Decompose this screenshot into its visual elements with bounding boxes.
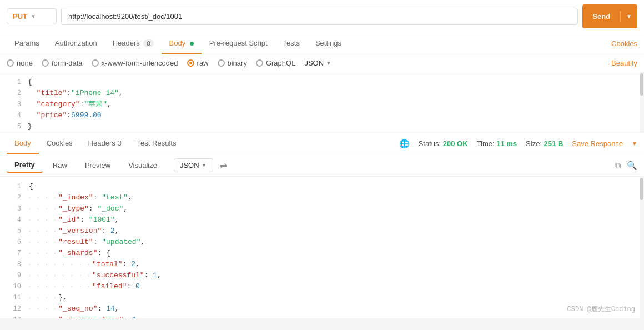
status-size: 251 B <box>544 139 564 148</box>
tab-pre-request[interactable]: Pre-request Script <box>202 33 275 54</box>
request-body-editor[interactable]: 1 { 2 "title":"iPhone 14", 3 "category":… <box>0 72 644 133</box>
body-active-dot <box>190 42 194 46</box>
resp-format-pretty[interactable]: Pretty <box>7 158 43 173</box>
body-type-raw[interactable]: raw <box>187 59 209 67</box>
radio-none <box>7 59 14 67</box>
radio-raw <box>187 59 194 67</box>
radio-form-data <box>42 59 49 67</box>
request-nav-tabs: Params Authorization Headers 8 Body Pre-… <box>0 33 644 54</box>
cookies-link[interactable]: Cookies <box>611 34 637 53</box>
json-format-select[interactable]: JSON ▼ <box>304 59 331 67</box>
search-icon[interactable]: 🔍 <box>627 161 637 171</box>
copy-icon[interactable]: ⧉ <box>615 161 621 171</box>
req-line-1: 1 { <box>0 77 644 88</box>
send-arrow-icon[interactable]: ▼ <box>621 9 637 23</box>
resp-tab-headers[interactable]: Headers 3 <box>80 133 129 154</box>
body-type-binary[interactable]: binary <box>218 59 247 67</box>
response-body-editor[interactable]: 1 { 2 · · · · "_index": "test", 3 · · · … <box>0 177 644 318</box>
filter-icon[interactable]: ⇌ <box>220 161 227 171</box>
resp-scrollbar[interactable] <box>640 177 644 318</box>
json-chevron-icon: ▼ <box>326 60 331 66</box>
send-main[interactable]: Send <box>582 8 620 24</box>
resp-line-11: 11 · · · · }, <box>0 292 644 303</box>
resp-line-6: 6 · · · · "result": "updated", <box>0 237 644 248</box>
url-input[interactable] <box>61 8 578 25</box>
resp-json-format-select[interactable]: JSON ▼ <box>174 158 213 172</box>
globe-icon: 🌐 <box>399 139 410 149</box>
radio-urlencoded <box>92 59 99 67</box>
body-type-bar: none form-data x-www-form-urlencoded raw… <box>0 54 644 72</box>
tab-authorization[interactable]: Authorization <box>47 33 105 54</box>
resp-line-9: 9 · · · · · · · · "successful": 1, <box>0 270 644 281</box>
resp-tab-cookies[interactable]: Cookies <box>39 133 80 154</box>
resp-format-chevron: ▼ <box>202 162 207 168</box>
resp-format-raw[interactable]: Raw <box>45 158 75 172</box>
body-type-none[interactable]: none <box>7 59 33 67</box>
status-code: 200 OK <box>443 139 468 148</box>
req-scrollbar[interactable] <box>640 72 644 133</box>
watermark: CSDN @鹿先生Coding <box>567 304 635 314</box>
req-line-2: 2 "title":"iPhone 14", <box>0 88 644 99</box>
resp-tab-body[interactable]: Body <box>7 133 39 154</box>
resp-line-13: 13 · · · · "_primary_term": 1 <box>0 314 644 318</box>
body-type-urlencoded[interactable]: x-www-form-urlencoded <box>92 59 178 67</box>
tab-headers[interactable]: Headers 8 <box>105 33 162 54</box>
resp-line-3: 3 · · · · "_type": "_doc", <box>0 203 644 214</box>
tab-body[interactable]: Body <box>162 33 202 54</box>
response-toolbar: Pretty Raw Preview Visualize JSON ▼ ⇌ ⧉ … <box>0 154 644 177</box>
method-label: PUT <box>13 12 27 21</box>
response-status: 🌐 Status: 200 OK Time: 11 ms Size: 251 B… <box>399 139 637 149</box>
radio-binary <box>218 59 225 67</box>
radio-graphql <box>256 59 263 67</box>
resp-line-10: 10 · · · · · · · · "failed": 0 <box>0 281 644 292</box>
method-chevron-icon: ▼ <box>31 13 36 19</box>
tab-tests[interactable]: Tests <box>275 33 308 54</box>
response-nav-tabs: Body Cookies Headers 3 Test Results 🌐 St… <box>0 133 644 154</box>
send-button[interactable]: Send ▼ <box>582 4 637 28</box>
save-response-chevron[interactable]: ▼ <box>632 141 637 147</box>
resp-line-12: 12 · · · · "_seq_no": 14, <box>0 303 644 314</box>
body-type-graphql[interactable]: GraphQL <box>256 59 295 67</box>
req-line-4: 4 "price":6999.00 <box>0 110 644 121</box>
resp-line-1: 1 { <box>0 181 644 192</box>
resp-action-icons: ⧉ 🔍 <box>615 161 637 171</box>
resp-tab-test-results[interactable]: Test Results <box>129 133 184 154</box>
save-response-button[interactable]: Save Response <box>572 139 623 148</box>
resp-format-visualize[interactable]: Visualize <box>120 158 165 172</box>
req-line-5: 5 } <box>0 121 644 132</box>
body-type-form-data[interactable]: form-data <box>42 59 83 67</box>
tab-params[interactable]: Params <box>7 33 47 54</box>
resp-line-7: 7 · · · · "_shards": { <box>0 248 644 259</box>
method-select[interactable]: PUT ▼ <box>7 8 57 24</box>
top-bar: PUT ▼ Send ▼ <box>0 0 644 33</box>
tab-settings[interactable]: Settings <box>308 33 349 54</box>
resp-format-preview[interactable]: Preview <box>77 158 118 172</box>
beautify-button[interactable]: Beautify <box>611 59 637 67</box>
resp-line-4: 4 · · · · "_id": "1001", <box>0 214 644 226</box>
status-time: 11 ms <box>496 139 517 148</box>
req-line-3: 3 "category":"苹果", <box>0 99 644 110</box>
resp-line-2: 2 · · · · "_index": "test", <box>0 192 644 203</box>
resp-line-8: 8 · · · · · · · · "total": 2, <box>0 259 644 270</box>
resp-line-5: 5 · · · · "_version": 2, <box>0 226 644 237</box>
